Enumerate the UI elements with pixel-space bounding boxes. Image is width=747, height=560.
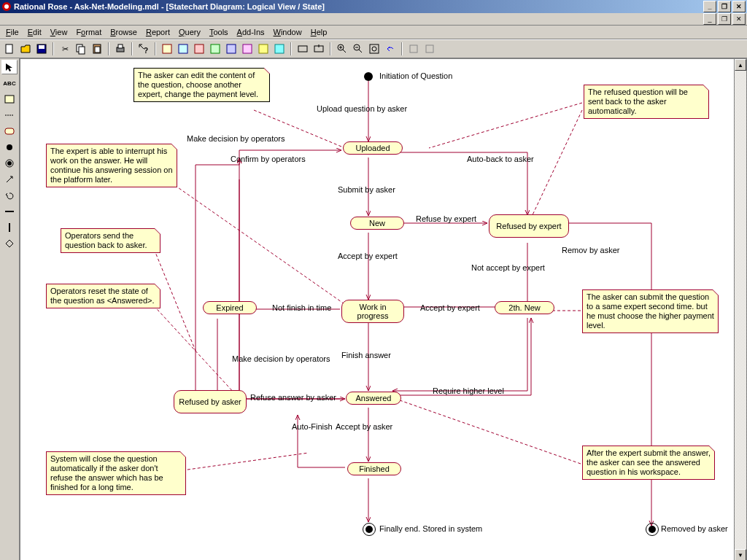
note-second-submit[interactable]: The asker can submit the question to a s…	[582, 289, 719, 333]
menu-query[interactable]: Query	[174, 27, 205, 37]
label-submit: Submit by asker	[338, 185, 395, 194]
svg-text:?: ?	[144, 47, 148, 55]
svg-rect-16	[227, 44, 236, 53]
new-icon[interactable]	[2, 42, 17, 56]
mdi-restore-button[interactable]: ❐	[718, 13, 731, 25]
note-tool-icon[interactable]	[1, 92, 18, 106]
text-tool-icon[interactable]: ABC	[1, 76, 18, 90]
paste-icon[interactable]	[90, 42, 104, 56]
anchor-tool-icon[interactable]	[1, 108, 18, 122]
maximize-button[interactable]: ❐	[718, 1, 731, 12]
scroll-down-icon[interactable]: ▼	[735, 549, 746, 560]
final-state-removed[interactable]	[646, 523, 659, 536]
menu-file[interactable]: File	[1, 27, 23, 37]
view7-icon[interactable]	[256, 42, 271, 56]
note-operators-reset[interactable]: Operators reset the state of the questio…	[46, 284, 160, 308]
fit-icon[interactable]	[367, 42, 382, 56]
state-uploaded[interactable]: Uploaded	[343, 141, 403, 155]
state-finished[interactable]: Finished	[347, 462, 401, 475]
label-notaccept: Not accept by expert	[471, 263, 545, 272]
transition-tool-icon[interactable]	[1, 172, 18, 187]
state-expired[interactable]: Expired	[203, 301, 257, 314]
menu-help[interactable]: Help	[306, 27, 332, 37]
svg-point-1	[4, 4, 9, 9]
svg-rect-28	[5, 96, 14, 103]
label-autofin: Auto-Finish	[292, 422, 333, 431]
note-edit-content[interactable]: The asker can edit the content of the qu…	[133, 68, 270, 102]
view2-icon[interactable]	[176, 42, 190, 56]
mdi-minimize-button[interactable]: _	[703, 13, 716, 25]
note-operators-back[interactable]: Operators send the question back to aske…	[61, 228, 160, 253]
label-remov: Remov by asker	[562, 246, 619, 254]
zoomout-icon[interactable]	[351, 42, 365, 56]
svg-rect-18	[259, 44, 268, 53]
menu-addins[interactable]: Add-Ins	[233, 27, 269, 37]
selftrans-tool-icon[interactable]	[1, 188, 18, 203]
save-icon[interactable]	[34, 42, 49, 56]
svg-rect-13	[179, 44, 187, 53]
start-tool-icon[interactable]	[1, 140, 18, 155]
minimize-button[interactable]: _	[703, 1, 716, 12]
diagram-canvas[interactable]: Uploaded New Refused by expert Expired W…	[20, 58, 735, 560]
browse-icon[interactable]	[295, 42, 310, 56]
menu-report[interactable]: Report	[142, 27, 174, 37]
title-text: Rational Rose - Ask-Net-Modeling.mdl - […	[14, 2, 325, 11]
state-answered[interactable]: Answered	[346, 392, 401, 405]
view3-icon[interactable]	[192, 42, 206, 56]
svg-rect-4	[39, 45, 44, 49]
state-2th-new[interactable]: 2th. New	[495, 301, 554, 314]
view1-icon[interactable]	[160, 42, 174, 56]
print-icon[interactable]	[113, 42, 128, 56]
menu-view[interactable]: View	[46, 27, 72, 37]
svg-rect-17	[243, 44, 252, 53]
close-button[interactable]: ✕	[732, 1, 746, 12]
tb-extra2-icon[interactable]	[422, 42, 437, 56]
vbar-tool-icon[interactable]	[1, 220, 18, 235]
help-icon[interactable]: ?	[136, 42, 151, 56]
menu-window[interactable]: Window	[269, 27, 306, 37]
app-icon	[1, 1, 12, 12]
menu-browse[interactable]: Browse	[106, 27, 142, 37]
menu-format[interactable]: Format	[71, 27, 106, 37]
svg-rect-8	[95, 47, 100, 52]
final-state-stored[interactable]	[363, 523, 376, 536]
note-refused-autoback[interactable]: The refused question will be sent back t…	[584, 85, 709, 119]
tb-extra1-icon[interactable]	[406, 42, 421, 56]
menu-edit[interactable]: Edit	[23, 27, 46, 37]
menu-tools[interactable]: Tools	[205, 27, 233, 37]
note-expert-interrupt[interactable]: The expert is able to interrupt his work…	[46, 144, 177, 187]
note-after-submit[interactable]: After the expert submit the answer, the …	[582, 446, 715, 480]
view8-icon[interactable]	[272, 42, 287, 56]
initial-state[interactable]	[364, 72, 373, 81]
state-refused-expert[interactable]: Refused by expert	[489, 214, 569, 238]
open-icon[interactable]	[18, 42, 33, 56]
label-confirm: Confirm by operators	[231, 155, 306, 163]
copy-icon[interactable]	[74, 42, 88, 56]
label-make1: Make decision by operators	[187, 134, 285, 143]
view5-icon[interactable]	[224, 42, 239, 56]
state-refused-asker[interactable]: Refused by asker	[174, 390, 247, 413]
cut-icon[interactable]: ✂	[58, 42, 72, 56]
parent-icon[interactable]	[311, 42, 326, 56]
note-autoclose[interactable]: System will close the question automatic…	[46, 451, 186, 495]
state-new[interactable]: New	[350, 217, 404, 230]
zoomin-icon[interactable]	[335, 42, 349, 56]
state-wip[interactable]: Work in progress	[341, 300, 404, 323]
state-tool-icon[interactable]	[1, 124, 18, 139]
pointer-tool-icon[interactable]	[1, 60, 18, 74]
label-upload: Upload question by asker	[317, 104, 407, 113]
view6-icon[interactable]	[240, 42, 255, 56]
svg-rect-34	[9, 223, 10, 232]
label-reqhigh: Require higher level	[433, 386, 504, 395]
label-init: Initiation of Question	[379, 71, 452, 80]
mdi-close-button[interactable]: ✕	[732, 13, 746, 25]
label-autoback: Auto-back to asker	[467, 155, 534, 163]
undo-icon[interactable]	[383, 42, 398, 56]
end-tool-icon[interactable]	[1, 156, 18, 171]
decision-tool-icon[interactable]	[1, 236, 18, 251]
scroll-up-icon[interactable]: ▲	[735, 59, 746, 71]
view4-icon[interactable]	[208, 42, 222, 56]
vertical-scrollbar[interactable]: ▲ ▼	[734, 58, 747, 560]
hbar-tool-icon[interactable]	[1, 204, 18, 219]
svg-rect-27	[426, 45, 433, 52]
